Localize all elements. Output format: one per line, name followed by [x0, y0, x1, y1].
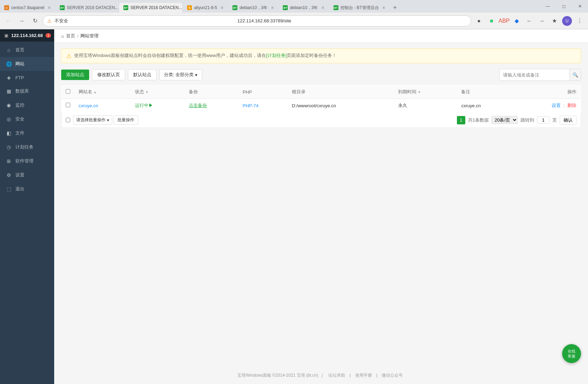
sidebar-item-website[interactable]: 🌐 网站 [0, 57, 54, 71]
batch-action-button[interactable]: 批量操作 [114, 115, 138, 125]
address-bar[interactable]: ⚠ 不安全 122.114.162.68:33789/site [43, 15, 471, 27]
url-value: 122.114.162.68:33789/site [237, 18, 291, 23]
footer-forum-link[interactable]: 论坛求助 [328, 373, 345, 378]
new-tab-button[interactable]: + [390, 3, 400, 13]
online-service-line1: 在线 [568, 349, 575, 354]
tab-close-4[interactable]: × [221, 5, 223, 10]
breadcrumb-home-icon: ⌂ [61, 34, 64, 39]
tab-close-5[interactable]: × [271, 5, 274, 10]
remark-text: cxruye.cn [461, 103, 481, 108]
default-site-button[interactable]: 默认站点 [128, 69, 157, 80]
site-name-link[interactable]: cxruye.cn [79, 103, 98, 108]
sidebar-label-ftp: FTP [15, 75, 24, 80]
tab-favicon-4: A [187, 5, 192, 10]
forward-icon2[interactable]: → [536, 15, 547, 27]
footer-manual-link[interactable]: 使用手册 [355, 373, 372, 378]
select-all-checkbox[interactable] [66, 89, 70, 94]
translate-icon[interactable]: ◆ [511, 15, 522, 27]
refresh-button[interactable]: ↻ [29, 15, 41, 27]
footer-wechat-link[interactable]: 微信公众号 [382, 373, 403, 378]
minimize-button[interactable]: — [540, 0, 556, 13]
back-icon2[interactable]: ← [524, 15, 535, 27]
sidebar-nav: ⌂ 首页 🌐 网站 ◈ FTP ▦ 数据库 ◉ 监控 ◎ 安全 [0, 42, 54, 384]
delete-link[interactable]: 删除 [567, 103, 576, 108]
notification-badge: 1 [45, 33, 51, 38]
page-jump-input[interactable] [537, 116, 550, 124]
browser-tab-4[interactable]: A aliyun21-8-5 × [183, 3, 228, 13]
batch-select-checkbox[interactable] [66, 118, 70, 122]
forward-button[interactable]: → [16, 15, 27, 27]
breadcrumb-home-link[interactable]: 首页 [66, 33, 75, 39]
sidebar-item-cron[interactable]: ◷ 计划任务 [0, 140, 54, 154]
col-expire-sort[interactable]: 到期时间 ▼ [398, 89, 421, 95]
search-button[interactable]: 🔍 [569, 69, 581, 80]
browser-tab-5[interactable]: BT debian10，3年 × [228, 3, 278, 13]
sidebar-label-security: 安全 [15, 116, 24, 122]
batch-action-dropdown[interactable]: 请选择批量操作 ▾ [73, 115, 112, 125]
col-root-header: 根目录 [288, 85, 394, 99]
tab-label-2: SERVER 2016 DATACEN... [67, 5, 119, 10]
back-button[interactable]: ← [3, 15, 14, 27]
shield-icon[interactable]: ■ [486, 15, 497, 27]
toolbar-row: 添加站点 修改默认页 默认站点 分类: 全部分类 ▾ 🔍 [61, 69, 581, 81]
content-area: ⌂ 首页 / 网站管理 ⚠ 使用宝塔Windows面板创建站点时会自动创建权限配… [54, 29, 588, 384]
search-input[interactable] [500, 70, 569, 80]
home-icon: ⌂ [6, 47, 12, 53]
tab-close-6[interactable]: × [321, 5, 324, 10]
sidebar-item-files[interactable]: ◧ 文件 [0, 126, 54, 140]
sidebar-item-monitor[interactable]: ◉ 监控 [0, 98, 54, 112]
profile-icon[interactable]: U [561, 15, 573, 27]
adblock-icon[interactable]: ABP [499, 15, 510, 27]
sidebar-item-database[interactable]: ▦ 数据库 [0, 84, 54, 98]
tab-favicon-5: BT [232, 5, 237, 10]
maximize-button[interactable]: ◻ [556, 0, 572, 13]
modify-default-button[interactable]: 修改默认页 [92, 69, 125, 80]
sidebar-label-cron: 计划任务 [15, 144, 34, 150]
website-icon: 🌐 [6, 61, 12, 67]
notice-link[interactable]: [计划任务] [266, 53, 287, 58]
notice-text2: 页面添加定时备份任务！ [287, 53, 337, 58]
batch-select-label: 请选择批量操作 [76, 117, 106, 123]
online-service-button[interactable]: 在线 客服 [562, 344, 581, 363]
tab-favicon-2: BT [60, 5, 65, 10]
backup-link[interactable]: 点击备份 [189, 103, 207, 108]
close-button[interactable]: ✕ [572, 0, 588, 13]
add-site-button[interactable]: 添加站点 [61, 70, 89, 80]
settings-icon: ⚙ [6, 172, 12, 178]
notice-text: 使用宝塔Windows面板创建站点时会自动创建权限配置，统一使用www用户，建站… [74, 52, 337, 59]
sidebar-item-settings[interactable]: ⚙ 设置 [0, 168, 54, 182]
tab-favicon-6: BT [283, 5, 288, 10]
browser-tab-7[interactable]: BT 控制台 - BT管理后台 × [329, 3, 389, 13]
sidebar-item-ftp[interactable]: ◈ FTP [0, 71, 54, 84]
browser-tab-1[interactable]: C centos7.9aapanel × [0, 3, 55, 13]
tab-close-7[interactable]: × [382, 5, 385, 10]
bookmark-icon[interactable]: ★ [549, 15, 560, 27]
browser-tab-2[interactable]: BT SERVER 2016 DATACEN... × [56, 3, 119, 13]
browser-tab-6[interactable]: BT debian10，3年 × [279, 3, 328, 13]
sort-icon-expire: ▼ [417, 90, 421, 94]
sidebar-item-software[interactable]: ⊞ 软件管理 [0, 154, 54, 168]
settings-link[interactable]: 设置 [552, 103, 561, 108]
window-controls: — ◻ ✕ [540, 0, 588, 13]
sidebar-label-files: 文件 [15, 130, 24, 136]
sidebar-item-home[interactable]: ⌂ 首页 [0, 43, 54, 57]
sidebar-item-logout[interactable]: ⬚ 退出 [0, 182, 54, 196]
sidebar-label-monitor: 监控 [15, 102, 24, 108]
tab-close-1[interactable]: × [48, 5, 51, 10]
current-page-number[interactable]: 1 [457, 116, 465, 124]
jump-confirm-button[interactable]: 确认 [560, 116, 576, 125]
batch-dropdown-arrow: ▾ [107, 118, 109, 123]
notice-text1: 使用宝塔Windows面板创建站点时会自动创建权限配置，统一使用www用户，建站… [74, 53, 266, 58]
per-page-select[interactable]: 20条/页 [492, 116, 518, 124]
sidebar-item-security[interactable]: ◎ 安全 [0, 112, 54, 126]
menu-icon[interactable]: ⋮ [574, 15, 585, 27]
col-status-label: 状态 [135, 89, 144, 95]
category-dropdown[interactable]: 分类: 全部分类 ▾ [159, 69, 202, 80]
search-box[interactable]: 🔍 [499, 69, 581, 81]
browser-tab-3[interactable]: BT SERVER 2016 DATACEN... × [119, 3, 182, 13]
row-checkbox-1[interactable] [66, 103, 70, 107]
tab-favicon-3: BT [123, 5, 128, 10]
extensions-icon[interactable]: ● [473, 15, 485, 27]
col-status-sort[interactable]: 状态 ▼ [135, 89, 149, 95]
col-sitename-sort[interactable]: 网站名 ▲ [79, 89, 97, 95]
